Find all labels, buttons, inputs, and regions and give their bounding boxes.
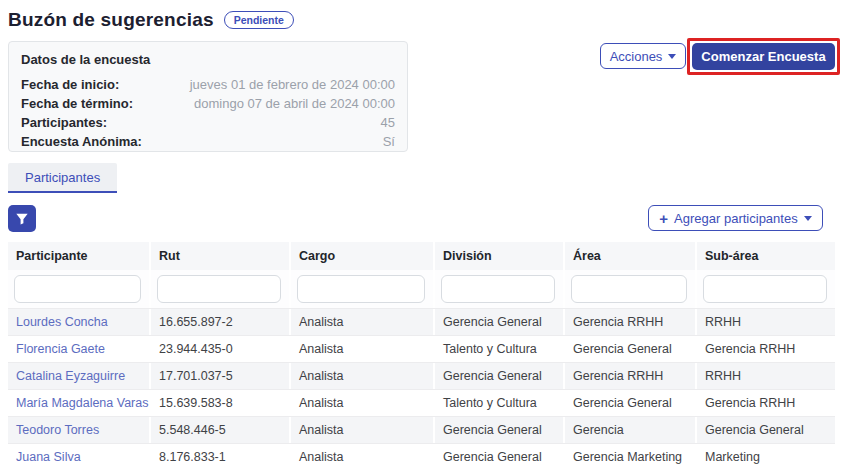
acciones-dropdown-button[interactable]: Acciones [600, 43, 686, 69]
field-end-date: Fecha de término: domingo 07 de abril de… [21, 94, 395, 113]
table-row: Catalina Eyzaguirre17.701.037-5AnalistaG… [8, 362, 835, 389]
column-header-cargo: Cargo [291, 242, 435, 270]
field-label: Participantes: [21, 113, 107, 132]
tab-bar: Participantes [8, 163, 117, 193]
table-cell: 8.176.833-1 [151, 444, 291, 465]
page-header: Buzón de sugerencias Pendiente [8, 9, 294, 31]
participants-table-filter-row [8, 270, 835, 308]
table-row: Teodoro Torres5.548.446-5AnalistaGerenci… [8, 416, 835, 443]
filter-cell-cargo [291, 270, 435, 308]
field-value: jueves 01 de febrero de 2024 00:00 [190, 75, 395, 94]
table-cell: Gerencia General [565, 336, 697, 362]
table-cell: Gerencia Marketing [565, 444, 697, 465]
table-cell: Gerencia RRHH [565, 309, 697, 335]
participant-link[interactable]: Juana Silva [8, 444, 151, 465]
table-cell: Talento y Cultura [435, 336, 565, 362]
survey-data-panel-title: Datos de la encuesta [21, 52, 395, 67]
table-cell: Analista [291, 336, 435, 362]
table-cell: Gerencia RRHH [697, 390, 835, 416]
participant-link[interactable]: Florencia Gaete [8, 336, 151, 362]
table-row: Florencia Gaete23.944.435-0AnalistaTalen… [8, 335, 835, 362]
table-cell: RRHH [697, 363, 835, 389]
field-label: Encuesta Anónima: [21, 132, 142, 151]
column-header-sub-área: Sub-área [697, 242, 835, 270]
filter-input-participante[interactable] [14, 275, 141, 303]
filter-input-rut[interactable] [157, 275, 281, 303]
participants-table-header: ParticipanteRutCargoDivisiónÁreaSub-área [8, 242, 835, 270]
table-row: Lourdes Concha16.655.897-2AnalistaGerenc… [8, 308, 835, 335]
filter-input-área[interactable] [571, 275, 687, 303]
table-cell: Talento y Cultura [435, 390, 565, 416]
page-title: Buzón de sugerencias [8, 9, 214, 31]
table-cell: Gerencia General [435, 309, 565, 335]
table-cell: 23.944.435-0 [151, 336, 291, 362]
survey-data-panel: Datos de la encuesta Fecha de inicio: ju… [8, 41, 408, 152]
column-header-rut: Rut [151, 242, 291, 270]
table-cell: Analista [291, 363, 435, 389]
annotation-highlight-box: Comenzar Encuesta [687, 38, 840, 75]
participants-table-body: Lourdes Concha16.655.897-2AnalistaGerenc… [8, 308, 835, 465]
table-cell: Analista [291, 390, 435, 416]
table-cell: RRHH [697, 309, 835, 335]
table-cell: Gerencia General [435, 444, 565, 465]
table-cell: Gerencia General [435, 417, 565, 443]
filter-input-división[interactable] [441, 275, 555, 303]
filter-cell-rut [151, 270, 291, 308]
table-cell: Marketing [697, 444, 835, 465]
field-value: Sí [383, 132, 395, 151]
field-value: domingo 07 de abril de 2024 00:00 [194, 94, 395, 113]
column-header-área: Área [565, 242, 697, 270]
survey-detail-page: Buzón de sugerencias Pendiente Datos de … [0, 0, 841, 465]
filter-input-sub-área[interactable] [703, 275, 827, 303]
column-header-participante: Participante [8, 242, 151, 270]
chevron-down-icon [668, 54, 676, 59]
table-row: María Magdalena Varas15.639.583-8Analist… [8, 389, 835, 416]
field-label: Fecha de inicio: [21, 75, 119, 94]
status-badge: Pendiente [224, 11, 294, 29]
table-cell: 17.701.037-5 [151, 363, 291, 389]
table-cell: Gerencia General [697, 417, 835, 443]
field-start-date: Fecha de inicio: jueves 01 de febrero de… [21, 75, 395, 94]
add-participants-button[interactable]: + Agregar participantes [648, 205, 823, 231]
table-row: Juana Silva8.176.833-1AnalistaGerencia G… [8, 443, 835, 465]
filter-cell-participante [8, 270, 151, 308]
filter-button[interactable] [8, 205, 36, 232]
start-survey-button[interactable]: Comenzar Encuesta [692, 43, 835, 70]
chevron-down-icon [804, 216, 812, 221]
participants-table: ParticipanteRutCargoDivisiónÁreaSub-área… [8, 242, 835, 465]
plus-icon: + [659, 211, 668, 226]
participant-link[interactable]: Catalina Eyzaguirre [8, 363, 151, 389]
table-cell: Analista [291, 309, 435, 335]
add-participants-label: Agregar participantes [674, 211, 798, 226]
filter-input-cargo[interactable] [297, 275, 425, 303]
table-cell: Gerencia General [435, 363, 565, 389]
table-cell: Gerencia RRHH [565, 363, 697, 389]
tab-participantes[interactable]: Participantes [8, 163, 117, 193]
table-cell: 15.639.583-8 [151, 390, 291, 416]
table-cell: 16.655.897-2 [151, 309, 291, 335]
column-header-división: División [435, 242, 565, 270]
table-cell: Gerencia General [565, 390, 697, 416]
participant-link[interactable]: Lourdes Concha [8, 309, 151, 335]
filter-cell-área [565, 270, 697, 308]
filter-cell-sub-área [697, 270, 835, 308]
table-cell: 5.548.446-5 [151, 417, 291, 443]
participant-link[interactable]: Teodoro Torres [8, 417, 151, 443]
filter-cell-división [435, 270, 565, 308]
table-cell: Gerencia [565, 417, 697, 443]
field-anonymous: Encuesta Anónima: Sí [21, 132, 395, 151]
funnel-icon [15, 212, 29, 226]
field-value: 45 [381, 113, 395, 132]
table-cell: Analista [291, 417, 435, 443]
participant-link[interactable]: María Magdalena Varas [8, 390, 151, 416]
table-cell: Analista [291, 444, 435, 465]
acciones-label: Acciones [610, 49, 663, 64]
table-cell: Gerencia RRHH [697, 336, 835, 362]
field-participants-count: Participantes: 45 [21, 113, 395, 132]
field-label: Fecha de término: [21, 94, 133, 113]
